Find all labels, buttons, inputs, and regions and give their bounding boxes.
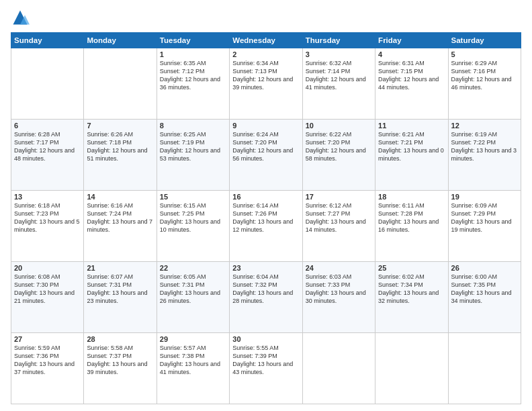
calendar-cell: 14Sunrise: 6:16 AMSunset: 7:24 PMDayligh…: [84, 191, 157, 262]
calendar-cell: 3Sunrise: 6:32 AMSunset: 7:14 PMDaylight…: [302, 48, 375, 120]
day-info: Sunrise: 6:18 AMSunset: 7:23 PMDaylight:…: [14, 201, 81, 234]
calendar-header-saturday: Saturday: [448, 33, 521, 48]
day-info: Sunrise: 6:08 AMSunset: 7:30 PMDaylight:…: [14, 273, 81, 306]
calendar-week-4: 20Sunrise: 6:08 AMSunset: 7:30 PMDayligh…: [11, 262, 521, 333]
day-info: Sunrise: 6:19 AMSunset: 7:22 PMDaylight:…: [451, 130, 518, 163]
day-info: Sunrise: 6:03 AMSunset: 7:33 PMDaylight:…: [306, 273, 372, 306]
day-info: Sunrise: 5:57 AMSunset: 7:38 PMDaylight:…: [160, 344, 226, 377]
day-info: Sunrise: 6:32 AMSunset: 7:14 PMDaylight:…: [306, 59, 372, 92]
day-number: 10: [306, 122, 372, 130]
day-number: 19: [451, 193, 518, 201]
calendar-cell: 23Sunrise: 6:04 AMSunset: 7:32 PMDayligh…: [230, 262, 302, 333]
day-info: Sunrise: 6:05 AMSunset: 7:31 PMDaylight:…: [160, 273, 226, 306]
day-info: Sunrise: 5:58 AMSunset: 7:37 PMDaylight:…: [87, 344, 153, 377]
calendar-week-3: 13Sunrise: 6:18 AMSunset: 7:23 PMDayligh…: [11, 191, 521, 262]
calendar-cell: 27Sunrise: 5:59 AMSunset: 7:36 PMDayligh…: [11, 333, 84, 404]
calendar-cell: [375, 333, 448, 404]
calendar-table: SundayMondayTuesdayWednesdayThursdayFrid…: [11, 32, 521, 404]
day-info: Sunrise: 5:59 AMSunset: 7:36 PMDaylight:…: [14, 344, 81, 377]
day-info: Sunrise: 6:12 AMSunset: 7:27 PMDaylight:…: [306, 201, 372, 234]
day-number: 12: [451, 122, 518, 130]
calendar-cell: 9Sunrise: 6:24 AMSunset: 7:20 PMDaylight…: [230, 120, 302, 191]
calendar-cell: 4Sunrise: 6:31 AMSunset: 7:15 PMDaylight…: [375, 48, 448, 120]
calendar-cell: 17Sunrise: 6:12 AMSunset: 7:27 PMDayligh…: [302, 191, 375, 262]
calendar-cell: 16Sunrise: 6:14 AMSunset: 7:26 PMDayligh…: [230, 191, 302, 262]
day-info: Sunrise: 6:02 AMSunset: 7:34 PMDaylight:…: [378, 273, 445, 306]
day-info: Sunrise: 5:55 AMSunset: 7:39 PMDaylight:…: [232, 344, 299, 377]
day-number: 15: [160, 193, 226, 201]
day-number: 27: [14, 335, 81, 343]
calendar-cell: 12Sunrise: 6:19 AMSunset: 7:22 PMDayligh…: [448, 120, 521, 191]
day-info: Sunrise: 6:11 AMSunset: 7:28 PMDaylight:…: [378, 201, 445, 234]
calendar-week-5: 27Sunrise: 5:59 AMSunset: 7:36 PMDayligh…: [11, 333, 521, 404]
day-number: 21: [87, 264, 153, 272]
calendar-cell: 10Sunrise: 6:22 AMSunset: 7:20 PMDayligh…: [302, 120, 375, 191]
logo: [11, 8, 32, 27]
day-number: 8: [160, 122, 226, 130]
calendar-cell: 15Sunrise: 6:15 AMSunset: 7:25 PMDayligh…: [157, 191, 229, 262]
day-info: Sunrise: 6:28 AMSunset: 7:17 PMDaylight:…: [14, 130, 81, 163]
day-info: Sunrise: 6:24 AMSunset: 7:20 PMDaylight:…: [232, 130, 299, 163]
day-number: 7: [87, 122, 153, 130]
calendar-header-monday: Monday: [84, 33, 157, 48]
day-info: Sunrise: 6:26 AMSunset: 7:18 PMDaylight:…: [87, 130, 153, 163]
day-number: 2: [232, 50, 299, 58]
calendar-cell: 13Sunrise: 6:18 AMSunset: 7:23 PMDayligh…: [11, 191, 84, 262]
calendar-header-tuesday: Tuesday: [157, 33, 229, 48]
day-info: Sunrise: 6:22 AMSunset: 7:20 PMDaylight:…: [306, 130, 372, 163]
day-info: Sunrise: 6:04 AMSunset: 7:32 PMDaylight:…: [232, 273, 299, 306]
day-number: 26: [451, 264, 518, 272]
calendar-cell: 5Sunrise: 6:29 AMSunset: 7:16 PMDaylight…: [448, 48, 521, 120]
day-info: Sunrise: 6:34 AMSunset: 7:13 PMDaylight:…: [232, 59, 299, 92]
calendar-cell: 22Sunrise: 6:05 AMSunset: 7:31 PMDayligh…: [157, 262, 229, 333]
calendar-cell: 30Sunrise: 5:55 AMSunset: 7:39 PMDayligh…: [230, 333, 302, 404]
calendar-cell: [11, 48, 84, 120]
day-number: 6: [14, 122, 81, 130]
calendar-header-wednesday: Wednesday: [230, 33, 302, 48]
day-number: 16: [232, 193, 299, 201]
day-info: Sunrise: 6:31 AMSunset: 7:15 PMDaylight:…: [378, 59, 445, 92]
calendar-cell: 25Sunrise: 6:02 AMSunset: 7:34 PMDayligh…: [375, 262, 448, 333]
calendar-cell: 29Sunrise: 5:57 AMSunset: 7:38 PMDayligh…: [157, 333, 229, 404]
day-info: Sunrise: 6:00 AMSunset: 7:35 PMDaylight:…: [451, 273, 518, 306]
day-number: 14: [87, 193, 153, 201]
calendar-cell: 18Sunrise: 6:11 AMSunset: 7:28 PMDayligh…: [375, 191, 448, 262]
day-number: 25: [378, 264, 445, 272]
calendar-cell: 8Sunrise: 6:25 AMSunset: 7:19 PMDaylight…: [157, 120, 229, 191]
calendar-cell: 28Sunrise: 5:58 AMSunset: 7:37 PMDayligh…: [84, 333, 157, 404]
day-number: 29: [160, 335, 226, 343]
day-number: 23: [232, 264, 299, 272]
day-number: 24: [306, 264, 372, 272]
day-info: Sunrise: 6:09 AMSunset: 7:29 PMDaylight:…: [451, 201, 518, 234]
logo-icon: [11, 8, 30, 27]
calendar-cell: [84, 48, 157, 120]
day-number: 13: [14, 193, 81, 201]
calendar-cell: [302, 333, 375, 404]
day-number: 1: [160, 50, 226, 58]
day-info: Sunrise: 6:29 AMSunset: 7:16 PMDaylight:…: [451, 59, 518, 92]
day-number: 9: [232, 122, 299, 130]
day-number: 20: [14, 264, 81, 272]
calendar-header-row: SundayMondayTuesdayWednesdayThursdayFrid…: [11, 33, 521, 48]
calendar-header-friday: Friday: [375, 33, 448, 48]
header: [11, 8, 521, 27]
calendar-cell: 26Sunrise: 6:00 AMSunset: 7:35 PMDayligh…: [448, 262, 521, 333]
day-number: 3: [306, 50, 372, 58]
calendar-header-sunday: Sunday: [11, 33, 84, 48]
day-info: Sunrise: 6:16 AMSunset: 7:24 PMDaylight:…: [87, 201, 153, 234]
calendar-header-thursday: Thursday: [302, 33, 375, 48]
day-number: 4: [378, 50, 445, 58]
calendar-cell: 19Sunrise: 6:09 AMSunset: 7:29 PMDayligh…: [448, 191, 521, 262]
day-number: 17: [306, 193, 372, 201]
calendar-cell: 11Sunrise: 6:21 AMSunset: 7:21 PMDayligh…: [375, 120, 448, 191]
day-number: 22: [160, 264, 226, 272]
day-info: Sunrise: 6:35 AMSunset: 7:12 PMDaylight:…: [160, 59, 226, 92]
day-number: 30: [232, 335, 299, 343]
calendar-cell: [448, 333, 521, 404]
day-number: 18: [378, 193, 445, 201]
calendar-cell: 6Sunrise: 6:28 AMSunset: 7:17 PMDaylight…: [11, 120, 84, 191]
day-info: Sunrise: 6:07 AMSunset: 7:31 PMDaylight:…: [87, 273, 153, 306]
calendar-cell: 21Sunrise: 6:07 AMSunset: 7:31 PMDayligh…: [84, 262, 157, 333]
calendar-cell: 24Sunrise: 6:03 AMSunset: 7:33 PMDayligh…: [302, 262, 375, 333]
day-info: Sunrise: 6:14 AMSunset: 7:26 PMDaylight:…: [232, 201, 299, 234]
